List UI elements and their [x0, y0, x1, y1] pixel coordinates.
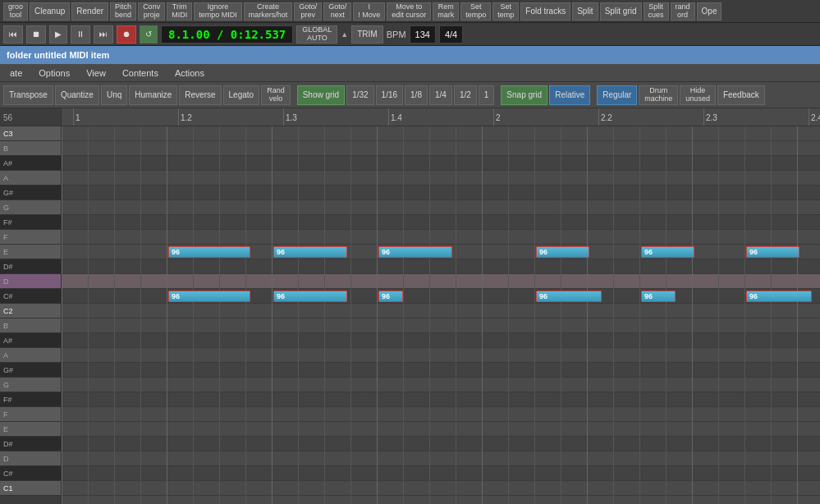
piano-key[interactable]: F#	[0, 392, 61, 407]
midi-note[interactable]: 96	[168, 291, 250, 302]
midi-note[interactable]: 96	[746, 246, 799, 258]
loop-btn[interactable]: ↺	[140, 25, 158, 44]
piano-key[interactable]: C#	[0, 289, 61, 304]
piano-key[interactable]: C#	[0, 466, 61, 481]
menu-bar: ate Options View Contents Actions	[0, 64, 820, 82]
transport-play-btn[interactable]: ▶	[49, 25, 67, 44]
piano-key[interactable]: G	[0, 200, 61, 215]
split-grid-btn[interactable]: Split grid	[600, 2, 642, 21]
bpm-value[interactable]: 134	[410, 25, 436, 44]
piano-key[interactable]: D	[0, 451, 61, 466]
render-btn[interactable]: Render	[71, 2, 108, 21]
menu-contents[interactable]: Contents	[116, 65, 165, 81]
grid-1-32-btn[interactable]: 1/32	[346, 85, 373, 105]
quantize-btn[interactable]: Quantize	[55, 85, 99, 105]
piano-key[interactable]: F	[0, 230, 61, 245]
create-markers-btn[interactable]: Createmarkers/hot	[244, 2, 293, 21]
piano-key-label: A#	[3, 159, 12, 167]
piano-key[interactable]: D#	[0, 259, 61, 274]
midi-note[interactable]: 96	[378, 246, 452, 258]
set-temp-btn[interactable]: Settemp	[492, 2, 519, 21]
piano-key[interactable]: B	[0, 318, 61, 333]
fold-tracks-btn[interactable]: Fold tracks	[520, 2, 570, 21]
transport-back-btn[interactable]: ⏮	[3, 25, 23, 44]
midi-note[interactable]: 96	[746, 291, 812, 302]
piano-key[interactable]: D	[0, 274, 61, 289]
time-sig-value[interactable]: 4/4	[439, 25, 463, 44]
grid-1-4-btn[interactable]: 1/4	[429, 85, 452, 105]
legato-btn[interactable]: Legato	[223, 85, 260, 105]
transport-end-btn[interactable]: ⏭	[94, 25, 113, 44]
transpose-btn[interactable]: Transpose	[3, 85, 53, 105]
i-move-btn[interactable]: I! Move	[353, 2, 385, 21]
piano-key[interactable]: F	[0, 407, 61, 422]
piano-key[interactable]: A#	[0, 156, 61, 171]
piano-key[interactable]: E	[0, 245, 61, 259]
relative-btn[interactable]: Relative	[549, 85, 590, 105]
grid-area[interactable]: 9696969696969696969696969696	[62, 126, 820, 504]
rand-ord-btn[interactable]: randord	[671, 2, 695, 21]
global-auto-btn[interactable]: GLOBALAUTO	[296, 25, 337, 44]
piano-key[interactable]: B	[0, 141, 61, 156]
goto-next-btn[interactable]: Goto/next	[323, 2, 351, 21]
grid-1-16-btn[interactable]: 1/16	[376, 85, 403, 105]
piano-key[interactable]: C3	[0, 126, 61, 141]
set-tempo-btn[interactable]: Settempo	[460, 2, 491, 21]
piano-key[interactable]: G	[0, 378, 61, 392]
grid-1-btn[interactable]: 1	[479, 85, 495, 105]
unq-btn[interactable]: Unq	[101, 85, 127, 105]
transport-stop-btn[interactable]: ⏹	[26, 25, 46, 44]
piano-key[interactable]: E	[0, 422, 61, 437]
record-btn[interactable]: ⏺	[117, 25, 136, 44]
midi-note[interactable]: 96	[536, 246, 589, 258]
snap-grid-btn[interactable]: Snap grid	[501, 85, 547, 105]
split-cues-btn[interactable]: Splitcues	[644, 2, 669, 21]
piano-key-label: G#	[3, 366, 13, 374]
reverse-btn[interactable]: Reverse	[179, 85, 221, 105]
midi-note[interactable]: 96	[273, 246, 347, 258]
piano-key[interactable]: C2	[0, 304, 61, 318]
humanize-btn[interactable]: Humanize	[129, 85, 177, 105]
regular-btn[interactable]: Regular	[597, 85, 637, 105]
midi-note[interactable]: 96	[378, 291, 403, 302]
piano-key[interactable]: A#	[0, 333, 61, 348]
drum-machine-btn[interactable]: Drummachine	[639, 85, 678, 105]
grid-row	[62, 481, 820, 496]
feedback-btn[interactable]: Feedback	[717, 85, 765, 105]
ignore-tempo-btn[interactable]: Ignoretempo MIDI	[194, 2, 242, 21]
piano-key[interactable]: A	[0, 348, 61, 363]
menu-options[interactable]: Options	[32, 65, 76, 81]
piano-key[interactable]: G#	[0, 363, 61, 378]
midi-note[interactable]: 96	[536, 291, 602, 302]
rand-velo-btn[interactable]: Randvelo	[261, 85, 291, 105]
piano-key[interactable]: C1	[0, 481, 61, 496]
transport-pause-btn[interactable]: ⏸	[71, 25, 90, 44]
piano-key[interactable]: D#	[0, 437, 61, 451]
grid-1-8-btn[interactable]: 1/8	[405, 85, 428, 105]
menu-actions[interactable]: Actions	[168, 65, 211, 81]
ope-btn[interactable]: Ope	[697, 2, 722, 21]
trim-midi-btn[interactable]: TrimMIDI	[167, 2, 192, 21]
group-tool-btn[interactable]: grootool	[3, 2, 28, 21]
split-btn[interactable]: Split	[572, 2, 598, 21]
trim-btn[interactable]: TRIM	[351, 25, 383, 44]
grid-row	[62, 451, 820, 466]
hide-unused-btn[interactable]: Hideunused	[680, 85, 716, 105]
menu-view[interactable]: View	[80, 65, 112, 81]
piano-key[interactable]: A	[0, 171, 61, 186]
midi-note[interactable]: 96	[641, 291, 676, 302]
midi-note[interactable]: 96	[168, 246, 250, 258]
midi-note[interactable]: 96	[273, 291, 347, 302]
grid-1-2-btn[interactable]: 1/2	[454, 85, 477, 105]
menu-ate[interactable]: ate	[3, 65, 29, 81]
conv-proje-btn[interactable]: Convproje	[138, 2, 165, 21]
move-to-edit-btn[interactable]: Move toedit cursor	[387, 2, 431, 21]
pitch-bend-btn[interactable]: Pitchbend	[110, 2, 136, 21]
piano-key[interactable]: G#	[0, 186, 61, 200]
midi-note[interactable]: 96	[641, 246, 694, 258]
piano-key[interactable]: F#	[0, 215, 61, 230]
rem-mark-btn[interactable]: Remmark	[433, 2, 459, 21]
show-grid-btn[interactable]: Show grid	[297, 85, 345, 105]
cleanup-btn[interactable]: Cleanup	[30, 2, 70, 21]
goto-prev-btn[interactable]: Goto/prev	[294, 2, 322, 21]
